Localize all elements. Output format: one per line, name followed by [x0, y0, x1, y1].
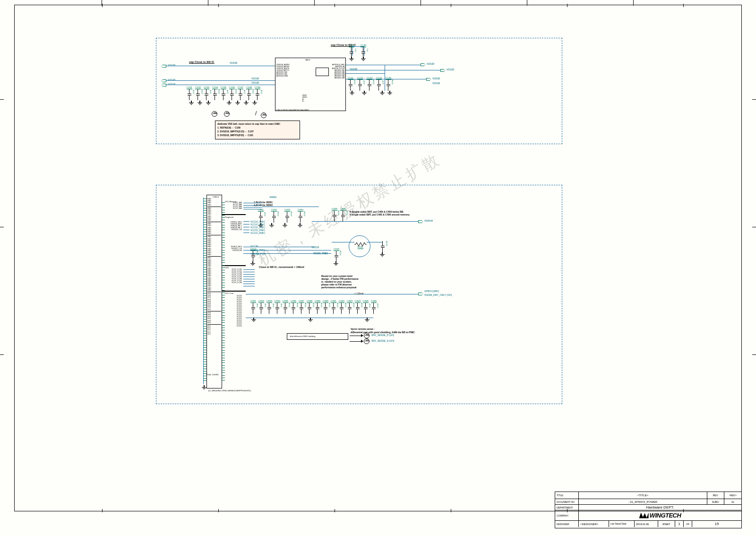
n-sig-4: VDD18 — [311, 246, 319, 249]
cap-C464: 100nF — [356, 302, 360, 314]
refdes-C106: C106 — [229, 86, 235, 89]
cap-C131: 10u — [350, 47, 353, 58]
ref-r101: R101 — [358, 246, 363, 249]
refdes-C453: C453 — [266, 300, 272, 302]
refdes-C109: C109 — [255, 86, 260, 89]
refdes-C103: C103 — [204, 86, 209, 89]
refdes-C123: C123 — [367, 77, 372, 79]
cap-C458: 100nF — [308, 302, 311, 314]
refdes-C463: C463 — [347, 300, 352, 302]
lbl-vcccore: VCC Core — [225, 292, 233, 294]
n-vccio-5: VCCIO_PMIC — [250, 232, 265, 234]
cap-C104: 100nF — [213, 89, 217, 100]
tb-company-lab: COMPANY: — [555, 510, 579, 520]
cap-C124: 10nF — [377, 79, 381, 91]
logo-text: WINGTECH — [650, 512, 681, 519]
refdes-C102: C102 — [195, 86, 201, 89]
srv-n: SRV_SENSE_N (GH) — [371, 339, 395, 342]
refdes-C415: C415 — [334, 248, 339, 250]
refdes-C101: C101 — [187, 86, 192, 89]
note-io: 1.8V IO for DDR1 1.2V IO for DDR2 — [254, 201, 273, 207]
cap-C107: 10nF — [239, 89, 242, 100]
refdes-C108: C108 — [246, 86, 252, 89]
refdes-C122: C122 — [357, 77, 363, 79]
refdes-C105: C105 — [221, 86, 226, 89]
diff-gnd-box: And differential GND shielding — [287, 333, 348, 340]
cap-C405: 100nF — [333, 210, 336, 222]
cap-C455: 100nF — [284, 302, 287, 314]
net-vdd28-l1: VDD28 — [168, 64, 175, 67]
tb-sheet-cur: 1 — [675, 521, 684, 527]
refdes-C466: C466 — [371, 300, 377, 302]
refdes-C130: C130 — [361, 44, 366, 47]
cap-C459: 100nF — [316, 302, 319, 314]
wingtech-logo: WINGTECH — [639, 512, 681, 519]
cap-C462: 100nF — [340, 302, 344, 314]
net-vdd18-l3: VDD18 — [168, 83, 175, 86]
net-r3: VDD28 — [432, 77, 440, 80]
cap-C101: 10nF — [188, 89, 191, 100]
tb-dept-lab: DEPARTMENT: — [555, 505, 579, 510]
tb-date: 2013-8-26 — [635, 521, 658, 527]
refdes-C406: C406 — [340, 207, 346, 210]
cap-C125: 100nF — [387, 79, 390, 91]
tb-sheet-of: OF — [684, 521, 692, 527]
tb-rev-lab: REV: — [707, 492, 724, 499]
refdes-C404: C404 — [298, 208, 303, 211]
ref-top-net3: VDD28 — [251, 81, 259, 84]
refdes-C405: C405 — [332, 207, 337, 210]
tb-date-lab: Last Saved Date: — [609, 521, 635, 527]
tb-designer-lab: DESIGNER: — [555, 521, 579, 527]
lbl-peripheral: Peripheral — [225, 216, 233, 218]
refdes-C455: C455 — [283, 300, 288, 302]
cap-fm: 100nF — [381, 241, 385, 252]
refdes-C461: C461 — [331, 300, 336, 302]
net-r4: VDD28 — [432, 82, 440, 85]
refdes-C414: C414 — [250, 248, 256, 250]
tb-doc-lab: DOCUMENT NO. — [555, 499, 579, 504]
cap-C466: 47nF — [372, 302, 376, 314]
cap-C121: 100nF — [349, 79, 352, 91]
net-r5: VDD28 — [350, 68, 357, 70]
note-close: Close to BB IC, recommend < 150mil — [259, 266, 304, 268]
cap-C102: 100nF — [196, 89, 200, 100]
cap-C122: 10nF — [358, 79, 362, 91]
refdes-C121: C121 — [348, 77, 353, 79]
cap-C465: 47nF — [364, 302, 368, 314]
cap-C457: 100nF — [300, 302, 303, 314]
ic-top-heading: VAUX — [305, 59, 310, 61]
note-vproc: Vproc remote sense :differential pair wi… — [351, 328, 415, 334]
net-vproc: VPROC(SRV) — [424, 290, 439, 293]
tb-subd-lab: SUBD: — [707, 499, 724, 504]
refdes-C104: C104 — [212, 86, 218, 89]
ref-top-net2: VDD28 — [251, 77, 259, 80]
tb-rev: <REV> — [724, 492, 741, 499]
tb-doc: , 01_MT6572_POWER — [579, 499, 707, 504]
refdes-C402: C402 — [271, 208, 277, 211]
refdes-C131: C131 — [349, 44, 354, 47]
cap-C402: 100nF — [272, 211, 276, 223]
net-vdd28-l2: VDD28 — [168, 78, 175, 81]
refdes-C454: C454 — [275, 300, 280, 302]
note-dedicate-vss: dedicate VSS ball, must return to cap th… — [215, 121, 300, 139]
net-r2: VDD28 — [447, 68, 454, 71]
cap-C460: 100nF — [324, 302, 327, 314]
cap-C103: 10nF — [205, 89, 208, 100]
cap-C463: 100nF — [348, 302, 352, 314]
tb-sheet-lab: SHEET: — [658, 521, 675, 527]
tb-subd: A1 — [724, 499, 741, 504]
tb-dept: Hardware DEPT. — [579, 505, 741, 510]
cap-C452: 10uF — [259, 302, 263, 314]
ic-top-pins-left: DVDD18_MIPIRXDVSS18_MIPIRXDVDD18_MIPITXD… — [276, 64, 290, 77]
net-r1: VDD28 — [427, 62, 434, 65]
cap-C105: 10nF — [222, 89, 225, 100]
tb-title: <TITLE> — [579, 492, 707, 499]
refdes-C107: C107 — [238, 86, 243, 89]
note-fm: Based on your system level design , if b… — [321, 275, 359, 289]
refdes-C458: C458 — [307, 300, 312, 302]
cap-C108: 100nF — [247, 89, 251, 100]
srv-p: SRV_SENSE_P (GH) — [371, 334, 394, 337]
refdes-C464: C464 — [355, 300, 361, 302]
cap-C456: 100nF — [292, 302, 295, 314]
diff-gnd-text: And differential GND shielding — [290, 335, 351, 337]
